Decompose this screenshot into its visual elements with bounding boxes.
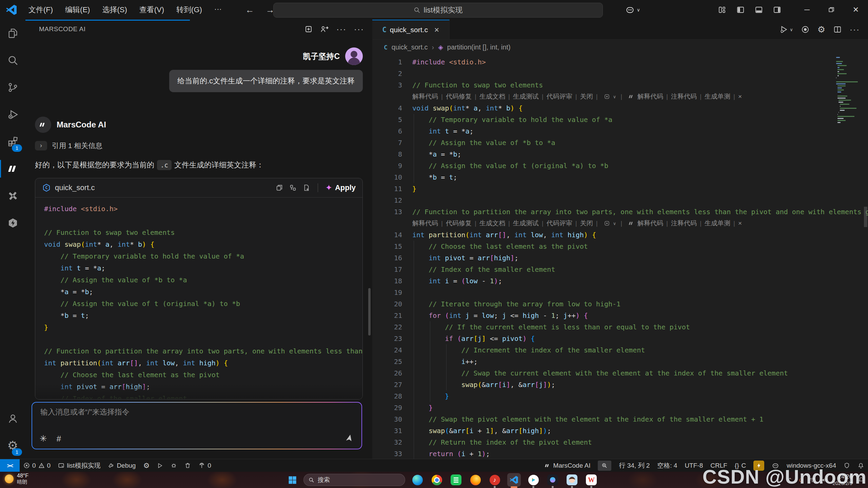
- codelens-link[interactable]: 生成文档: [479, 92, 505, 101]
- send-icon[interactable]: [344, 434, 353, 443]
- menu-item-4[interactable]: 转到(G): [172, 3, 207, 16]
- taskbar-weather[interactable]: 48°F 晴朗: [5, 473, 28, 485]
- codelens-link[interactable]: 代码评审: [547, 219, 572, 228]
- tab-close-icon[interactable]: ✕: [434, 26, 439, 34]
- remote-indicator[interactable]: ><: [0, 459, 20, 472]
- chat-scroll-area[interactable]: 凯子坚持C 给当前的.c文件生成一个详细的注释，要求是英文注释 MarsCode…: [25, 39, 372, 400]
- codelens-link[interactable]: 生成测试: [513, 92, 539, 101]
- chat-input[interactable]: [40, 407, 354, 417]
- run-status-icon[interactable]: [153, 459, 167, 472]
- customize-layout-icon[interactable]: [718, 6, 726, 14]
- editor-scrollbar[interactable]: [864, 207, 867, 227]
- marscode-status[interactable]: MarsCode AI: [540, 459, 594, 472]
- activity-item-marscode[interactable]: [0, 155, 25, 182]
- activity-item-settings[interactable]: ⚙1: [0, 432, 25, 459]
- insert-code-icon[interactable]: [289, 184, 297, 191]
- new-chat-icon[interactable]: [304, 25, 313, 33]
- robot-status-icon[interactable]: [768, 459, 783, 472]
- activity-item-account[interactable]: [0, 405, 25, 432]
- toggle-sidebar-icon[interactable]: [736, 6, 745, 14]
- app-firefox[interactable]: [469, 473, 482, 487]
- restore-button[interactable]: [819, 0, 844, 20]
- breadcrumb-symbol[interactable]: partition(int [], int, int): [447, 43, 511, 51]
- codelens-link[interactable]: 解释代码: [412, 92, 438, 101]
- split-editor-icon[interactable]: [833, 25, 842, 34]
- activity-item-scm[interactable]: [0, 74, 25, 101]
- trash-status-icon[interactable]: [181, 459, 195, 472]
- project-status[interactable]: list模拟实现: [54, 459, 104, 472]
- back-icon[interactable]: ←: [245, 5, 254, 15]
- code-area[interactable]: 1#include <stdio.h>23// Function to swap…: [372, 54, 868, 459]
- indentation-status[interactable]: 空格: 4: [653, 459, 681, 472]
- zoom-status[interactable]: [594, 459, 615, 472]
- app-dark-tool[interactable]: [546, 473, 559, 487]
- minimap[interactable]: [836, 57, 861, 124]
- shield-status-icon[interactable]: [840, 459, 854, 472]
- menu-item-2[interactable]: 选择(S): [97, 3, 132, 16]
- problems-status[interactable]: 0 0: [20, 459, 54, 472]
- activity-item-hexbolt[interactable]: [0, 209, 25, 237]
- extension-logo-icon[interactable]: [801, 25, 809, 34]
- command-center-search[interactable]: list模拟实现: [273, 3, 603, 18]
- apply-button[interactable]: ✦ Apply: [326, 183, 356, 192]
- tray-wifi-icon[interactable]: [809, 477, 815, 483]
- codelens-link[interactable]: 解释代码: [637, 219, 663, 228]
- codelens-link[interactable]: 生成单测: [705, 92, 730, 101]
- breadcrumb-file[interactable]: quick_sort.c: [392, 43, 428, 51]
- new-file-icon[interactable]: [303, 184, 310, 191]
- tab-quick-sort[interactable]: C quick_sort.c ✕: [372, 20, 450, 39]
- copy-icon[interactable]: [276, 184, 283, 191]
- app-edge[interactable]: [411, 473, 424, 487]
- codelens-link[interactable]: ×: [738, 220, 742, 227]
- taskbar-search[interactable]: 搜索: [303, 474, 405, 486]
- breadcrumb[interactable]: C quick_sort.c › ◈ partition(int [], int…: [372, 40, 868, 55]
- app-chrome[interactable]: [430, 473, 443, 487]
- codelens-link[interactable]: 生成单测: [705, 219, 730, 228]
- activity-item-explorer[interactable]: [0, 20, 25, 47]
- run-debug-button[interactable]: ∨: [780, 25, 793, 34]
- eol-status[interactable]: CRLF: [707, 459, 731, 472]
- tray-flame-icon[interactable]: [798, 477, 804, 483]
- tray-volume-icon[interactable]: [821, 477, 827, 483]
- share-chat-icon[interactable]: [320, 25, 329, 33]
- gear-status-icon[interactable]: ⚙: [139, 459, 153, 472]
- start-button[interactable]: [287, 474, 298, 486]
- close-button[interactable]: ✕: [844, 0, 868, 20]
- menu-item-5[interactable]: ···: [210, 3, 226, 16]
- platform-status[interactable]: windows-gcc-x64: [783, 459, 840, 472]
- encoding-status[interactable]: UTF-8: [681, 459, 707, 472]
- more-actions-icon[interactable]: ···: [336, 24, 347, 34]
- app-avatar[interactable]: [565, 473, 579, 487]
- panel-more-icon[interactable]: ···: [354, 24, 364, 34]
- codelens-link[interactable]: 注释代码: [671, 219, 697, 228]
- codelens-link[interactable]: 代码修复: [446, 92, 472, 101]
- codelens-link[interactable]: ×: [738, 93, 742, 100]
- app-wps[interactable]: W: [585, 473, 598, 487]
- plugin-yellow-status[interactable]: [750, 459, 768, 472]
- codelens-link[interactable]: 代码评审: [547, 92, 572, 101]
- chevron-down-icon[interactable]: ∨: [613, 94, 616, 99]
- app-tencent-video[interactable]: [527, 473, 540, 487]
- codelens-link[interactable]: 生成文档: [479, 219, 505, 228]
- tray-chevron-up-icon[interactable]: ⌃: [788, 477, 792, 483]
- activity-item-debug[interactable]: [0, 101, 25, 128]
- app-netease-music[interactable]: ♪: [488, 473, 501, 487]
- notifications-bell-icon[interactable]: [854, 459, 868, 472]
- tray-bell-icon[interactable]: [858, 476, 865, 483]
- minimize-button[interactable]: ─: [795, 0, 819, 20]
- bug-status-icon[interactable]: [167, 459, 181, 472]
- codelens-link[interactable]: 解释代码: [637, 92, 663, 101]
- codelens-link[interactable]: 注释代码: [671, 92, 697, 101]
- activity-item-pinwheel[interactable]: [0, 182, 25, 209]
- editor-more-icon[interactable]: ···: [850, 25, 860, 34]
- codelens-link[interactable]: 关闭: [580, 219, 593, 228]
- menu-item-1[interactable]: 编辑(E): [60, 3, 95, 16]
- activity-item-search[interactable]: [0, 47, 25, 74]
- chat-scrollbar[interactable]: [368, 288, 371, 336]
- app-vscode-active[interactable]: [507, 473, 521, 487]
- codelens-link[interactable]: 代码修复: [446, 219, 472, 228]
- codelens-link[interactable]: 关闭: [580, 92, 593, 101]
- menu-item-3[interactable]: 查看(V): [135, 3, 169, 16]
- cursor-position[interactable]: 行 34, 列 2: [615, 459, 653, 472]
- debug-status[interactable]: Debug: [104, 459, 139, 472]
